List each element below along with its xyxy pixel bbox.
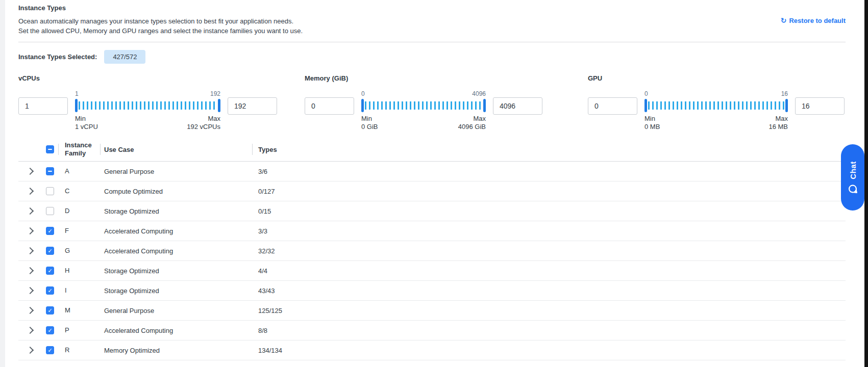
slider-min-label: Min	[644, 115, 655, 122]
slider-unit-labels: 0 MB 16 MB	[644, 123, 788, 130]
column-header-types: Types	[252, 146, 846, 153]
row-use-case: Storage Optimized	[100, 287, 252, 295]
table-header-row: Instance Family Use Case Types	[18, 138, 846, 162]
slider-min-handle[interactable]	[644, 99, 647, 112]
slider-max-handle[interactable]	[483, 99, 486, 112]
table-row: A General Purpose 3/6	[18, 162, 846, 181]
row-checkbox[interactable]	[46, 326, 54, 334]
row-checkbox[interactable]	[46, 267, 54, 275]
chevron-right-icon[interactable]	[27, 207, 34, 215]
row-checkbox[interactable]	[46, 227, 54, 235]
slider-max-label: Max	[473, 115, 486, 122]
chevron-right-icon[interactable]	[27, 188, 34, 195]
slider-min-label: Min	[361, 115, 372, 122]
header-divider	[18, 42, 846, 42]
row-checkbox-cell	[41, 227, 58, 235]
chevron-right-icon[interactable]	[27, 247, 34, 254]
slider-ticks	[79, 101, 217, 110]
chat-button[interactable]: Chat	[841, 144, 864, 211]
row-checkbox-cell	[41, 326, 58, 334]
chevron-right-icon[interactable]	[27, 227, 34, 234]
slider-min-handle[interactable]	[361, 99, 364, 112]
selected-count-badge: 427/572	[104, 50, 145, 64]
row-types-count: 3/3	[252, 227, 846, 235]
row-types-count: 134/134	[252, 347, 846, 354]
slider-min-unit-label: 0 GiB	[361, 123, 378, 130]
selected-count-label: Instance Types Selected:	[18, 53, 97, 61]
range-slider: 0 4096 Min Max 0 GiB 4096 GiB	[361, 90, 486, 130]
description-line-1: Ocean automatically manages your instanc…	[18, 16, 303, 26]
table-row: R Memory Optimized 134/134	[18, 340, 846, 360]
range-max-input[interactable]	[228, 97, 277, 115]
row-instance-family: C	[58, 187, 100, 195]
chevron-right-icon[interactable]	[27, 307, 34, 314]
row-expander-cell	[18, 348, 41, 353]
slider-max-handle[interactable]	[218, 99, 220, 112]
table-row: H Storage Optimized 4/4	[18, 261, 846, 281]
slider-value-labels: 0 4096	[361, 90, 486, 98]
chevron-right-icon[interactable]	[27, 327, 34, 334]
row-checkbox-cell	[41, 286, 58, 295]
row-instance-family: H	[58, 267, 100, 275]
row-checkbox[interactable]	[46, 247, 54, 255]
chevron-right-icon[interactable]	[27, 267, 34, 274]
range-title: Memory (GiB)	[305, 74, 542, 82]
header-text-block: Instance Types Ocean automatically manag…	[18, 4, 303, 36]
chat-bubble-icon	[848, 184, 858, 194]
range-row: 0 4096 Min Max 0 GiB 4096 GiB	[305, 90, 542, 130]
column-header-use-case: Use Case	[100, 146, 252, 153]
table-row: C Compute Optimized 0/127	[18, 181, 846, 201]
row-instance-family: A	[58, 167, 100, 175]
row-instance-family: G	[58, 247, 100, 255]
row-types-count: 43/43	[252, 287, 846, 295]
range-max-input[interactable]	[493, 97, 542, 115]
row-checkbox[interactable]	[46, 286, 54, 295]
range-min-input[interactable]	[588, 97, 637, 115]
slider-min-label: Min	[75, 115, 86, 122]
slider-min-handle[interactable]	[75, 99, 78, 112]
slider-value-labels: 0 16	[644, 90, 788, 98]
row-expander-cell	[18, 208, 41, 214]
restore-to-default-button[interactable]: ↻ Restore to default	[781, 16, 846, 24]
restore-label: Restore to default	[789, 17, 846, 24]
row-types-count: 125/125	[252, 307, 846, 314]
chevron-right-icon[interactable]	[27, 168, 34, 175]
slider-min-unit-label: 1 vCPU	[75, 123, 98, 130]
row-checkbox[interactable]	[46, 207, 54, 215]
slider-min-value-label: 0	[644, 90, 648, 98]
column-header-instance-family-line1: Instance	[65, 141, 100, 149]
description-line-2: Set the allowed CPU, Memory and GPU rang…	[18, 26, 303, 36]
row-checkbox[interactable]	[46, 167, 54, 175]
row-checkbox[interactable]	[46, 187, 54, 195]
slider-min-value-label: 1	[75, 90, 79, 98]
range-group: GPU 0 16 Min Max 0 MB 16	[588, 74, 845, 130]
row-expander-cell	[18, 248, 41, 253]
row-expander-cell	[18, 308, 41, 313]
row-types-count: 8/8	[252, 327, 846, 334]
row-checkbox-cell	[41, 187, 58, 195]
row-instance-family: I	[58, 286, 100, 295]
range-max-input[interactable]	[795, 97, 845, 115]
slider-ticks	[365, 101, 482, 110]
select-all-checkbox[interactable]	[46, 145, 54, 153]
slider-min-value-label: 0	[361, 90, 365, 98]
selected-count-row: Instance Types Selected: 427/572	[18, 50, 846, 64]
range-min-input[interactable]	[18, 97, 68, 115]
row-checkbox[interactable]	[46, 346, 54, 354]
row-instance-family: R	[58, 346, 100, 354]
range-group: vCPUs 1 192 Min Max 1 vCPU	[18, 74, 277, 130]
range-min-input[interactable]	[305, 97, 354, 115]
row-expander-cell	[18, 169, 41, 174]
range-sliders-section: vCPUs 1 192 Min Max 1 vCPU	[18, 74, 846, 130]
range-row: 1 192 Min Max 1 vCPU 192 vCPUs	[18, 90, 277, 130]
slider-max-handle[interactable]	[785, 99, 788, 112]
chevron-right-icon[interactable]	[27, 287, 34, 294]
row-checkbox[interactable]	[46, 306, 54, 314]
chevron-right-icon[interactable]	[27, 347, 34, 354]
slider-max-value-label: 192	[210, 90, 220, 98]
row-use-case: Accelerated Computing	[100, 227, 252, 235]
range-row: 0 16 Min Max 0 MB 16 MB	[588, 90, 845, 130]
slider-max-value-label: 16	[781, 90, 788, 98]
column-header-instance-family: Instance Family	[58, 141, 100, 158]
row-checkbox-cell	[41, 346, 58, 354]
